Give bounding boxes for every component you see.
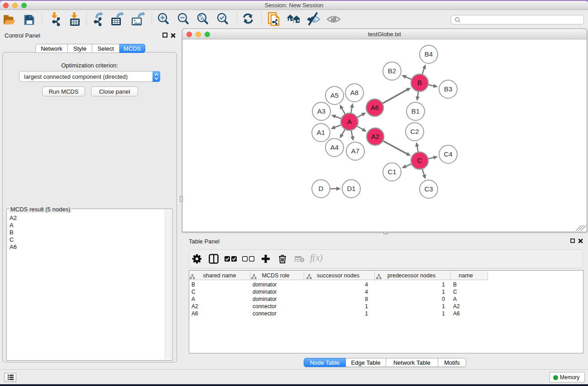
svg-text:C: C [417, 157, 422, 164]
svg-text:C4: C4 [444, 150, 452, 158]
svg-text:D: D [319, 185, 324, 192]
svg-text:B: B [417, 79, 422, 86]
svg-text:B2: B2 [388, 67, 396, 75]
svg-text:A4: A4 [330, 143, 339, 151]
svg-text:C3: C3 [424, 185, 433, 193]
svg-text:B4: B4 [425, 50, 433, 58]
svg-text:A3: A3 [317, 107, 325, 115]
svg-text:A8: A8 [350, 89, 359, 96]
svg-text:A5: A5 [330, 91, 339, 99]
svg-text:C2: C2 [410, 128, 419, 135]
svg-text:D1: D1 [347, 185, 355, 192]
svg-text:C1: C1 [387, 168, 396, 176]
svg-text:A2: A2 [371, 133, 379, 140]
svg-text:A6: A6 [371, 104, 379, 111]
svg-text:A1: A1 [317, 129, 325, 136]
svg-text:B3: B3 [444, 85, 452, 93]
svg-text:A: A [347, 118, 352, 125]
svg-text:A7: A7 [351, 147, 359, 155]
svg-text:B1: B1 [411, 107, 420, 115]
